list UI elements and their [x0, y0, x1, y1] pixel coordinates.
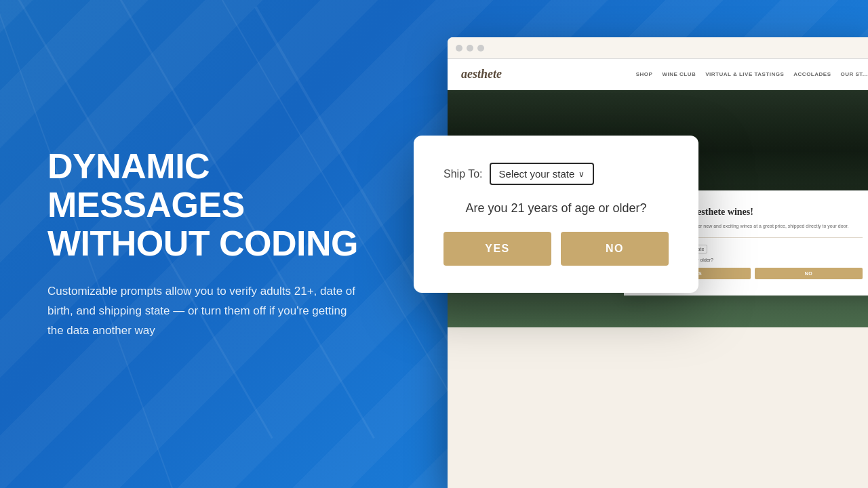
headline-line1: DYNAMIC MESSAGES	[47, 146, 245, 224]
browser-dot-3	[477, 45, 484, 52]
no-button[interactable]: NO	[561, 232, 669, 266]
site-header: aesthete SHOP WINE CLUB VIRTUAL & LIVE T…	[448, 59, 868, 90]
subtext: Customizable prompts allow you to verify…	[47, 282, 359, 341]
right-section: aesthete SHOP WINE CLUB VIRTUAL & LIVE T…	[434, 0, 868, 488]
age-verification-buttons: YES NO	[443, 232, 669, 266]
page-layout: DYNAMIC MESSAGES WITHOUT CODING Customiz…	[0, 0, 868, 488]
bg-modal-no-btn: NO	[755, 268, 863, 279]
headline: DYNAMIC MESSAGES WITHOUT CODING	[47, 147, 387, 264]
age-verification-popup: Ship To: Select your state ∨ Are you 21 …	[414, 136, 698, 293]
nav-item-our-story: OUR ST...	[840, 71, 868, 77]
nav-item-wine-club: WINE CLUB	[662, 71, 696, 77]
nav-item-shop: SHOP	[636, 71, 653, 77]
chevron-down-icon: ∨	[578, 169, 585, 179]
ship-to-row: Ship To: Select your state ∨	[443, 163, 669, 185]
headline-line2: WITHOUT CODING	[47, 224, 358, 263]
browser-dot-2	[467, 45, 473, 52]
ship-to-label: Ship To:	[443, 168, 483, 180]
age-question-text: Are you 21 years of age or older?	[443, 201, 669, 216]
state-select-dropdown[interactable]: Select your state ∨	[490, 163, 595, 185]
state-select-label: Select your state	[499, 168, 575, 180]
browser-nav-bar	[448, 37, 868, 59]
nav-item-accolades: ACCOLADES	[793, 71, 831, 77]
browser-dot-1	[456, 45, 462, 52]
site-nav: SHOP WINE CLUB VIRTUAL & LIVE TASTINGS A…	[636, 71, 868, 77]
site-logo: aesthete	[461, 67, 502, 81]
nav-item-tastings: VIRTUAL & LIVE TASTINGS	[705, 71, 784, 77]
left-section: DYNAMIC MESSAGES WITHOUT CODING Customiz…	[0, 106, 434, 382]
yes-button[interactable]: YES	[443, 232, 551, 266]
